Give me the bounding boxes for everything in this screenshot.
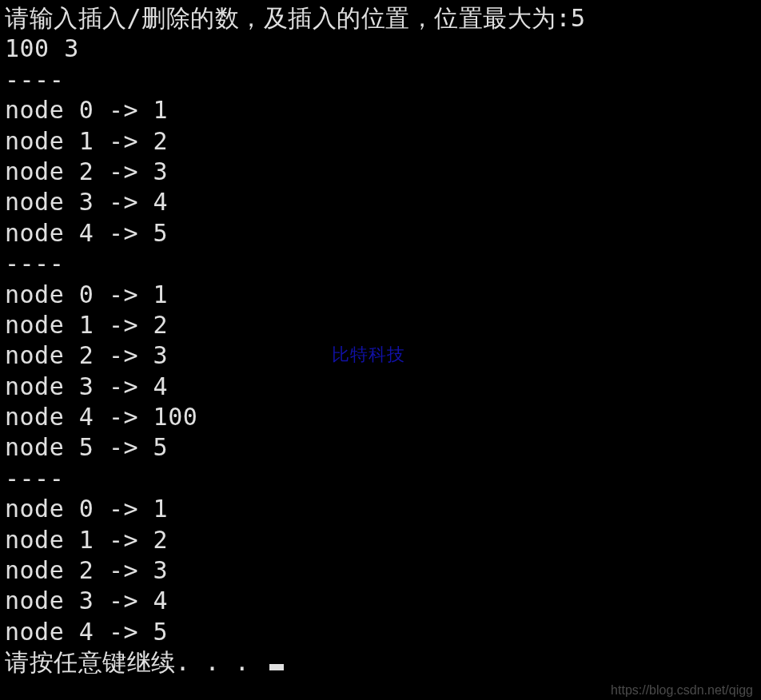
separator-line: ---- bbox=[5, 463, 756, 494]
node-output: node 1 -> 2 bbox=[5, 310, 756, 340]
separator-line: ---- bbox=[5, 65, 756, 95]
node-output: node 4 -> 5 bbox=[5, 218, 756, 249]
separator-line: ---- bbox=[5, 249, 756, 279]
cursor-icon bbox=[269, 664, 284, 670]
node-output: node 2 -> 3 bbox=[5, 555, 756, 586]
node-output: node 4 -> 100 bbox=[5, 402, 756, 432]
node-output: node 0 -> 1 bbox=[5, 280, 756, 310]
continue-text: 请按任意键继续. . . bbox=[5, 648, 265, 676]
continue-prompt[interactable]: 请按任意键继续. . . bbox=[5, 647, 756, 678]
node-output: node 4 -> 5 bbox=[5, 617, 756, 647]
node-output: node 1 -> 2 bbox=[5, 126, 756, 157]
user-input-line: 100 3 bbox=[5, 34, 756, 64]
node-output: node 3 -> 4 bbox=[5, 372, 756, 402]
node-output: node 0 -> 1 bbox=[5, 494, 756, 524]
node-output: node 1 -> 2 bbox=[5, 525, 756, 555]
node-output: node 3 -> 4 bbox=[5, 586, 756, 616]
node-output: node 5 -> 5 bbox=[5, 432, 756, 463]
footer-url: https://blog.csdn.net/qigg bbox=[611, 682, 753, 698]
node-output: node 0 -> 1 bbox=[5, 95, 756, 125]
node-output: node 2 -> 3 bbox=[5, 157, 756, 187]
node-output: node 3 -> 4 bbox=[5, 187, 756, 217]
node-output: node 2 -> 3 bbox=[5, 340, 756, 371]
prompt-line: 请输入插入/删除的数，及插入的位置，位置最大为:5 bbox=[5, 3, 756, 34]
